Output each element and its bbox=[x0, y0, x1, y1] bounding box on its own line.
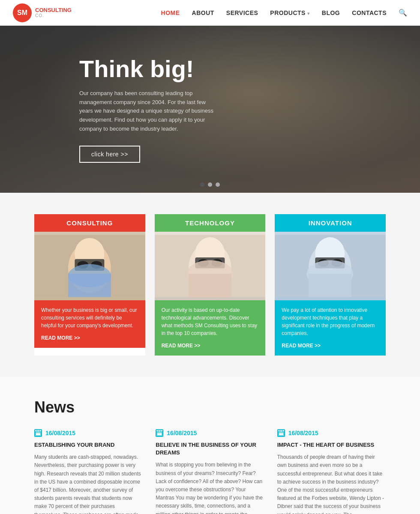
card-innovation-header: INNOVATION bbox=[275, 214, 386, 232]
dot-1[interactable] bbox=[200, 182, 204, 187]
main-nav: HOME ABOUT SERVICES PRODUCTS ▾ BLOG CONT… bbox=[161, 9, 407, 17]
svg-rect-27 bbox=[309, 274, 351, 297]
news-grid: 16/08/2015 ESTABLISHING YOUR BRAND Many … bbox=[34, 429, 386, 514]
news-title-3: IMPACT - THE HEART OF BUSINESS bbox=[277, 441, 386, 449]
news-date-3: 16/08/2015 bbox=[277, 429, 386, 437]
calendar-icon-1 bbox=[34, 429, 42, 437]
card-consulting-desc: Whether your business is big or small, o… bbox=[41, 306, 138, 329]
hero-description: Our company has been consulting leading … bbox=[79, 89, 216, 134]
hero-content: Think big! Our company has been consulti… bbox=[0, 56, 216, 163]
news-date-1: 16/08/2015 bbox=[34, 429, 143, 437]
hero-cta-button[interactable]: click here >> bbox=[79, 146, 140, 163]
nav-services[interactable]: SERVICES bbox=[226, 9, 258, 16]
logo-badge: SM bbox=[13, 3, 32, 22]
nav-about[interactable]: ABOUT bbox=[192, 9, 214, 16]
calendar-icon-3 bbox=[277, 429, 285, 437]
calendar-icon-2 bbox=[156, 429, 163, 437]
card-consulting-link[interactable]: READ MORE >> bbox=[41, 335, 80, 341]
card-innovation-body: We pay a lot of attention to innovative … bbox=[275, 300, 386, 356]
dot-3[interactable] bbox=[216, 182, 220, 187]
nav-blog[interactable]: BLOG bbox=[322, 9, 340, 16]
svg-rect-18 bbox=[189, 274, 231, 297]
card-consulting-image bbox=[34, 232, 145, 300]
card-innovation-image bbox=[275, 232, 386, 300]
card-innovation-link[interactable]: READ MORE >> bbox=[282, 343, 321, 349]
news-title-2: BELIEVE IN THE BUSINESS OF YOUR DREAMS bbox=[156, 441, 264, 457]
news-title-1: ESTABLISHING YOUR BRAND bbox=[34, 441, 143, 449]
dot-2[interactable] bbox=[208, 182, 212, 187]
nav-home[interactable]: HOME bbox=[161, 9, 180, 16]
svg-rect-36 bbox=[279, 431, 284, 436]
search-icon[interactable]: 🔍 bbox=[399, 9, 407, 17]
news-item-1: 16/08/2015 ESTABLISHING YOUR BRAND Many … bbox=[34, 429, 143, 514]
card-consulting-body: Whether your business is big or small, o… bbox=[34, 300, 145, 348]
card-technology-link[interactable]: READ MORE >> bbox=[162, 343, 201, 349]
card-consulting: CONSULTING Whether your business is b bbox=[34, 214, 145, 356]
slider-dots bbox=[200, 182, 220, 187]
news-item-2: 16/08/2015 BELIEVE IN THE BUSINESS OF YO… bbox=[156, 429, 264, 514]
card-consulting-header: CONSULTING bbox=[34, 214, 145, 232]
news-section: News 16/08/2015 ESTABLISHING YOUR BRAND … bbox=[0, 377, 420, 514]
card-technology: TECHNOLOGY Our activity is based on up-t… bbox=[155, 214, 266, 356]
nav-products[interactable]: PRODUCTS ▾ bbox=[270, 9, 309, 16]
news-item-3: 16/08/2015 IMPACT - THE HEART OF BUSINES… bbox=[277, 429, 386, 514]
news-text-3: Thousands of people dream of having thei… bbox=[277, 453, 386, 514]
card-technology-image bbox=[155, 232, 266, 300]
nav-contacts[interactable]: CONTACTS bbox=[352, 9, 387, 16]
svg-rect-28 bbox=[36, 431, 41, 436]
hero-section: Think big! Our company has been consulti… bbox=[0, 26, 420, 193]
header: SM CONSULTING CO. HOME ABOUT SERVICES PR… bbox=[0, 0, 420, 26]
card-technology-header: TECHNOLOGY bbox=[155, 214, 266, 232]
news-text-1: Many students are cash-strapped, nowaday… bbox=[34, 453, 143, 514]
news-section-title: News bbox=[34, 398, 386, 416]
card-innovation: INNOVATION We pay a lot of attention to … bbox=[275, 214, 386, 356]
card-technology-desc: Our activity is based on up-to-date tech… bbox=[162, 306, 259, 337]
hero-title: Think big! bbox=[79, 56, 216, 82]
card-innovation-desc: We pay a lot of attention to innovative … bbox=[282, 306, 379, 337]
news-date-2: 16/08/2015 bbox=[156, 429, 264, 437]
svg-rect-9 bbox=[68, 274, 111, 297]
svg-rect-32 bbox=[157, 431, 162, 436]
card-technology-body: Our activity is based on up-to-date tech… bbox=[155, 300, 266, 356]
logo-text: CONSULTING CO. bbox=[35, 7, 72, 19]
logo[interactable]: SM CONSULTING CO. bbox=[13, 3, 72, 22]
news-text-2: What is stopping you from believing in t… bbox=[156, 461, 264, 514]
cards-section: CONSULTING Whether your business is b bbox=[0, 193, 420, 377]
